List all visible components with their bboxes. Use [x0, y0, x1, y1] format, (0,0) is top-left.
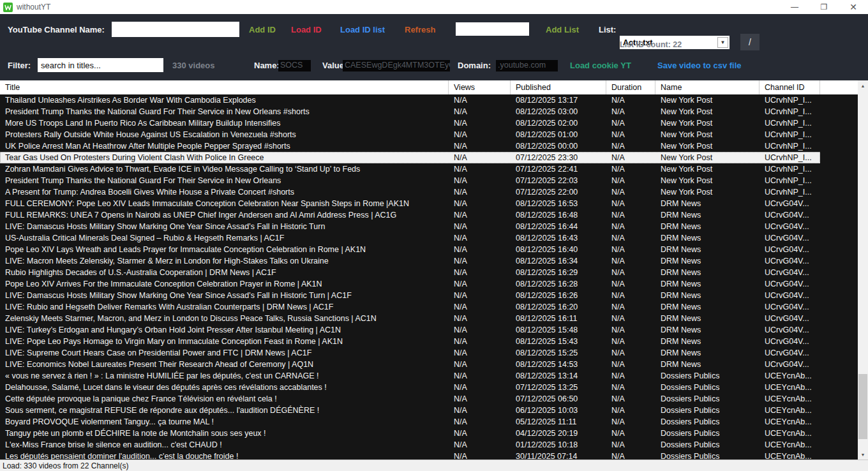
cell-published: 08/12/2025 15:48 [511, 324, 606, 336]
filter-label: Filter: [8, 61, 31, 70]
table-row[interactable]: More US Troops Land In Puerto Rico As Ca… [0, 117, 820, 129]
table-row[interactable]: LIVE: Macron Meets Zelenskiy, Starmer & … [0, 255, 820, 267]
cell-published: 08/12/2025 16:34 [511, 255, 606, 267]
table-row[interactable]: A Present for Trump: Andrea Bocelli Give… [0, 186, 820, 198]
column-header-channel-id[interactable]: Channel ID [760, 80, 820, 94]
cell-published: 30/11/2025 07:14 [511, 451, 606, 460]
cell-title: More US Troops Land In Puerto Rico As Ca… [0, 117, 449, 129]
cell-duration: N/A [606, 140, 655, 152]
cell-duration: N/A [606, 347, 655, 359]
table-row[interactable]: FULL REMARKS: UNEA 7 Opens in Nairobi as… [0, 209, 820, 221]
cookie-domain-field[interactable]: .youtube.com [496, 60, 558, 71]
table-row[interactable]: LIVE: Pope Leo Pays Homage to Virgin Mar… [0, 336, 820, 347]
column-header-published[interactable]: Published [511, 80, 606, 94]
cell-published: 08/12/2025 16:53 [511, 198, 606, 209]
table-row[interactable]: LIVE: Damascus Hosts Military Show Marki… [0, 290, 820, 301]
scrollbar-thumb[interactable] [858, 374, 867, 439]
cell-title: LIVE: Rubio and Hegseth Deliver Remarks … [0, 301, 449, 313]
channel-name-input[interactable] [112, 22, 239, 37]
cell-channel-id: UCrvhNP_I... [760, 129, 820, 140]
cell-published: 08/12/2025 15:43 [511, 336, 606, 347]
vertical-scrollbar[interactable]: ▲ ▼ [858, 80, 868, 460]
cell-title: Thailand Unleashes Airstrikes As Border … [0, 94, 449, 106]
save-csv-button[interactable]: Save video to csv file [657, 61, 742, 70]
cell-title: Cette députée provoque la panique chez F… [0, 393, 449, 405]
load-id-list-button[interactable]: Load ID list [340, 25, 385, 34]
cell-channel-id: UCrvG04V... [760, 347, 820, 359]
table-row[interactable]: L'ex-Miss France brise le silence en aud… [0, 439, 820, 451]
column-header-name[interactable]: Name [655, 80, 760, 94]
table-row[interactable]: UK Police Arrest Man At Heathrow After M… [0, 140, 820, 152]
table-row[interactable]: « vous ne servez à rien ! » : La ministr… [0, 370, 820, 382]
app-icon [3, 3, 13, 12]
scroll-up-icon[interactable]: ▲ [858, 80, 868, 91]
cell-views: N/A [449, 152, 511, 163]
column-header-views[interactable]: Views [449, 80, 511, 94]
minimize-button[interactable]: — [780, 0, 809, 14]
window-title: withoutYT [17, 3, 50, 11]
close-button[interactable]: ✕ [839, 0, 868, 14]
cell-name: DRM News [655, 255, 760, 267]
filter-search-input[interactable] [38, 58, 163, 72]
table-row[interactable]: FULL CEREMONY: Pope Leo XIV Leads Immacu… [0, 198, 820, 209]
cell-title: Sous serment, ce magistrat REFUSE de rép… [0, 405, 449, 416]
table-row[interactable]: US-Australia Critical Minerals Deal Sign… [0, 232, 820, 244]
cookie-value-field[interactable]: CAESEwgDEgk4MTM3OTEyC [343, 60, 450, 71]
table-row[interactable]: Cette députée provoque la panique chez F… [0, 393, 820, 405]
scroll-down-icon[interactable]: ▼ [858, 449, 868, 460]
table-row[interactable]: Thailand Unleashes Airstrikes As Border … [0, 94, 820, 106]
table-row[interactable]: LIVE: Turkey’s Erdogan and Hungary’s Orb… [0, 324, 820, 336]
column-header-title[interactable]: Title [0, 80, 449, 94]
cell-channel-id: UCrvG04V... [760, 313, 820, 324]
cell-title: Les députés pensaient dominer l'audition… [0, 451, 449, 460]
cell-channel-id: UCEYcnAb... [760, 382, 820, 393]
cell-name: DRM News [655, 198, 760, 209]
cell-channel-id: UCrvhNP_I... [760, 186, 820, 198]
table-row[interactable]: Boyard PROVOQUE violemment Tanguy... ça … [0, 416, 820, 428]
cell-published: 08/12/2025 03:00 [511, 106, 606, 117]
cell-published: 08/12/2025 16:43 [511, 232, 606, 244]
cookie-name-field[interactable]: SOCS [278, 60, 311, 71]
cell-title: LIVE: Economics Nobel Laureates Present … [0, 359, 449, 370]
table-row[interactable]: Rubio Highlights Decades of U.S.-Austral… [0, 267, 820, 278]
cell-channel-id: UCEYcnAb... [760, 405, 820, 416]
load-id-button[interactable]: Load ID [291, 25, 322, 34]
table-row[interactable]: Pope Leo XIV Arrives For the Immaculate … [0, 278, 820, 290]
table-row[interactable]: LIVE: Economics Nobel Laureates Present … [0, 359, 820, 370]
table-row[interactable]: LIVE: Rubio and Hegseth Deliver Remarks … [0, 301, 820, 313]
slash-button[interactable]: / [740, 34, 760, 50]
cell-channel-id: UCrvG04V... [760, 278, 820, 290]
refresh-button[interactable]: Refresh [405, 25, 435, 34]
table-row[interactable]: LIVE: Supreme Court Hears Case on Presid… [0, 347, 820, 359]
load-cookie-button[interactable]: Load cookie YT [570, 61, 631, 70]
add-list-button[interactable]: Add List [546, 25, 579, 34]
video-count: 330 videos [172, 61, 215, 70]
table-row[interactable]: President Trump Thanks the National Guar… [0, 175, 820, 186]
list-id-count: List ID count: 22 [620, 40, 682, 49]
table-row[interactable]: Les députés pensaient dominer l'audition… [0, 451, 820, 460]
table-row[interactable]: Delahousse, Salamé, Lucet dans le viseur… [0, 382, 820, 393]
table-row[interactable]: Zelenskiy Meets Starmer, Macron, and Mer… [0, 313, 820, 324]
title-bar: withoutYT — ❐ ✕ [0, 0, 868, 14]
cell-title: Protesters Rally Outside White House Aga… [0, 129, 449, 140]
table-row[interactable]: Sous serment, ce magistrat REFUSE de rép… [0, 405, 820, 416]
table-row[interactable]: Zohran Mamdani Gives Advice to Thwart, E… [0, 163, 820, 175]
table-row[interactable]: LIVE: Damascus Hosts Military Show Marki… [0, 221, 820, 232]
table-row[interactable]: Pope Leo XIV Lays Wreath and Leads Praye… [0, 244, 820, 255]
cell-channel-id: UCrvhNP_I... [760, 175, 820, 186]
table-row[interactable]: Protesters Rally Outside White House Aga… [0, 129, 820, 140]
cell-title: LIVE: Pope Leo Pays Homage to Virgin Mar… [0, 336, 449, 347]
cell-views: N/A [449, 382, 511, 393]
column-header-duration[interactable]: Duration [606, 80, 655, 94]
cell-name: New York Post [655, 106, 760, 117]
table-row[interactable]: President Trump Thanks the National Guar… [0, 106, 820, 117]
list-name-input[interactable] [456, 22, 529, 36]
cell-title: Zelenskiy Meets Starmer, Macron, and Mer… [0, 313, 449, 324]
restore-button[interactable]: ❐ [809, 0, 839, 14]
table-row-selected[interactable]: Tear Gas Used On Protesters During Viole… [0, 152, 820, 163]
cell-name: DRM News [655, 267, 760, 278]
add-id-button[interactable]: Add ID [249, 25, 276, 34]
app-window: withoutYT — ❐ ✕ YouTube Channel Name: Ad… [0, 0, 868, 471]
cell-name: Dossiers Publics [655, 393, 760, 405]
table-row[interactable]: Tanguy pète un plomb et DÉCHIRE la note … [0, 428, 820, 439]
